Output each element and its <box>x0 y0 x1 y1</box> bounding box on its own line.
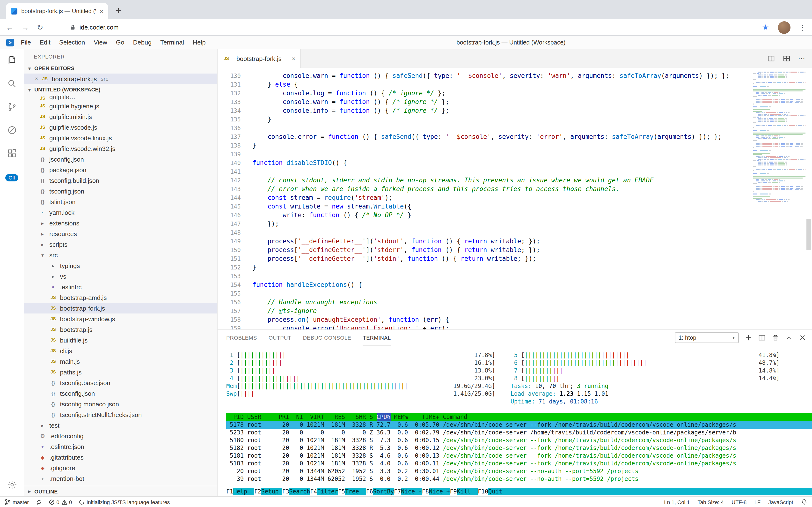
sync-icon[interactable] <box>36 499 42 505</box>
tree-item[interactable]: JSbootstrap-amd.js <box>24 292 217 303</box>
tree-item[interactable]: JScli.js <box>24 345 217 356</box>
tree-item[interactable]: ⚙.editorconfig <box>24 431 217 441</box>
tree-item[interactable]: JSgulpfile.vscode.linux.js <box>24 132 217 143</box>
tree-item[interactable]: {}tslint.json <box>24 196 217 207</box>
problems-item[interactable]: 0 0 <box>49 499 72 505</box>
back-icon[interactable]: ← <box>6 23 13 31</box>
encoding[interactable]: UTF-8 <box>732 499 747 505</box>
split-editor-icon[interactable] <box>767 55 775 62</box>
panel-tab-debug-console[interactable]: DEBUG CONSOLE <box>303 330 351 345</box>
layout-icon[interactable] <box>783 55 790 62</box>
close-tab-icon[interactable]: × <box>292 55 295 62</box>
tree-item[interactable]: {}tsconfig.json <box>24 388 217 399</box>
menu-help[interactable]: Help <box>188 39 210 46</box>
open-editor-item[interactable]: × JS bootstrap-fork.js src <box>24 73 217 84</box>
sort-column-header[interactable]: CPU% <box>376 413 390 421</box>
tree-item[interactable]: JSgulpfile.mixin.js <box>24 111 217 122</box>
bell-icon[interactable] <box>801 499 807 505</box>
terminal-select[interactable]: 1: htop ▾ <box>675 332 739 343</box>
new-tab-button[interactable]: + <box>112 4 125 17</box>
tree-item[interactable]: JSbootstrap.js <box>24 324 217 335</box>
tree-item[interactable]: {}tsconfig.base.json <box>24 377 217 388</box>
tree-item[interactable]: JSgulpfile.vscode.win32.js <box>24 143 217 154</box>
editor-scrollbar[interactable] <box>805 72 812 330</box>
tree-item[interactable]: JSbootstrap-window.js <box>24 314 217 324</box>
scrollbar-thumb[interactable] <box>806 219 811 250</box>
menu-view[interactable]: View <box>89 39 112 46</box>
cursor-position[interactable]: Ln 1, Col 1 <box>664 499 690 505</box>
indentation[interactable]: Tab Size: 4 <box>697 499 724 505</box>
menu-debug[interactable]: Debug <box>129 39 156 46</box>
bookmark-star-icon[interactable]: ★ <box>762 23 769 32</box>
tree-item[interactable]: ◆.gitattributes <box>24 452 217 462</box>
panel-tab-output[interactable]: OUTPUT <box>268 330 291 345</box>
minimap[interactable] <box>751 72 805 330</box>
menu-selection[interactable]: Selection <box>55 39 89 46</box>
tree-item[interactable]: JSmain.js <box>24 356 217 367</box>
panel-tab-terminal[interactable]: TERMINAL <box>363 330 391 345</box>
tree-item[interactable]: {}tsconfig.strictNullChecks.json <box>24 409 217 420</box>
explorer-icon[interactable] <box>6 55 17 66</box>
close-icon[interactable]: × <box>35 75 38 82</box>
open-editors-header[interactable]: ▾ OPEN EDITORS <box>24 63 217 73</box>
terminal[interactable]: 1 [||||||||||||| 17.8%] 5 [|||||||||||||… <box>217 345 812 496</box>
eol[interactable]: LF <box>754 499 761 505</box>
forward-icon[interactable]: → <box>21 23 29 31</box>
more-actions-icon[interactable]: ⋯ <box>798 54 805 63</box>
url-bar[interactable]: ide.coder.com <box>70 24 754 31</box>
extensions-icon[interactable] <box>6 148 17 159</box>
branch-item[interactable]: master <box>5 499 29 505</box>
tree-item[interactable]: ▾src <box>24 249 217 260</box>
tree-item[interactable]: JSbuildfile.js <box>24 335 217 345</box>
tree-item[interactable]: {}tsconfig.monaco.json <box>24 399 217 409</box>
browser-menu-icon[interactable]: ⋮ <box>799 23 806 32</box>
search-icon[interactable] <box>6 78 17 89</box>
tree-item[interactable]: ▸extensions <box>24 218 217 228</box>
tree-item[interactable]: ▸scripts <box>24 239 217 249</box>
settings-gear-icon[interactable] <box>7 480 17 490</box>
panel-tab-problems[interactable]: PROBLEMS <box>226 330 257 345</box>
tree-item[interactable]: JSbootstrap-fork.js <box>24 303 217 314</box>
tree-item[interactable]: ▪yarn.lock <box>24 207 217 218</box>
tree-item[interactable]: {}tsconfig.json <box>24 186 217 196</box>
tree-item[interactable]: ▸resources <box>24 228 217 239</box>
menu-edit[interactable]: Edit <box>35 39 55 46</box>
menu-terminal[interactable]: Terminal <box>156 39 188 46</box>
language-mode[interactable]: JavaScript <box>768 499 793 505</box>
split-terminal-icon[interactable] <box>758 334 766 342</box>
outline-header[interactable]: ▸ OUTLINE <box>24 486 217 496</box>
editor-tab[interactable]: JS bootstrap-fork.js × <box>217 49 301 68</box>
close-panel-icon[interactable] <box>799 334 806 342</box>
tree-item[interactable]: {}package.json <box>24 165 217 175</box>
workspace-header[interactable]: ▾ UNTITLED (WORKSPACE) <box>24 84 217 95</box>
tree-item[interactable]: ●.eslintrc.json <box>24 441 217 452</box>
off-badge[interactable]: Off <box>5 174 18 181</box>
avatar[interactable] <box>778 21 790 34</box>
maximize-panel-icon[interactable] <box>785 334 793 342</box>
tree-item[interactable]: ●.mention-bot <box>24 473 217 484</box>
source-control-icon[interactable] <box>6 102 17 112</box>
tree-item[interactable]: JSgulpfile.hygiene.js <box>24 101 217 111</box>
kill-terminal-icon[interactable] <box>771 334 779 342</box>
chevron-right-icon: ▸ <box>39 231 46 236</box>
tree-item[interactable]: ●.eslintrc <box>24 282 217 292</box>
tree-item[interactable]: {}jsconfig.json <box>24 154 217 165</box>
menu-go[interactable]: Go <box>112 39 129 46</box>
line-number: 154 <box>217 281 241 289</box>
tree-item[interactable]: ◆.gitignore <box>24 462 217 473</box>
new-terminal-icon[interactable] <box>744 334 752 342</box>
debug-icon[interactable] <box>6 125 17 135</box>
tree-item[interactable]: JSgulpfile… <box>24 95 217 101</box>
tree-item[interactable]: JSgulpfile.vscode.js <box>24 122 217 132</box>
status-message[interactable]: Initializing JS/TS language features <box>79 499 170 505</box>
tree-item[interactable]: ▸vs <box>24 271 217 282</box>
tree-item[interactable]: JSpaths.js <box>24 367 217 377</box>
browser-tab[interactable]: bootstrap-fork.js — Untitled (W × <box>6 3 108 19</box>
tab-close-icon[interactable]: × <box>100 7 104 15</box>
tree-item[interactable]: {}tsconfig.build.json <box>24 175 217 186</box>
reload-icon[interactable]: ↻ <box>37 23 43 31</box>
code-editor[interactable]: 130 console.warn = function () { safeSen… <box>217 68 812 330</box>
tree-item[interactable]: ▸typings <box>24 260 217 271</box>
menu-file[interactable]: File <box>16 39 35 46</box>
tree-item[interactable]: ▸test <box>24 420 217 431</box>
